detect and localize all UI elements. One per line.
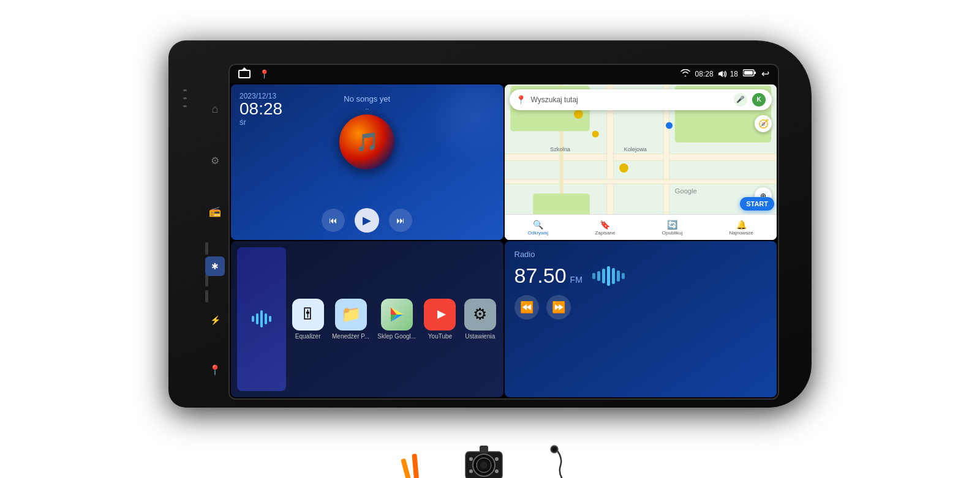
svg-point-40	[552, 447, 556, 451]
nav-radio-icon[interactable]: 📻	[209, 206, 221, 217]
radio-waveform	[592, 265, 625, 287]
map-widget: Google Kolejowa Szkolna 📍 Wyszukaj tutaj…	[505, 84, 777, 241]
play-button[interactable]: ▶	[355, 208, 379, 233]
user-avatar[interactable]: K	[752, 93, 766, 106]
nav-latest[interactable]: 🔔 Najnowsze	[729, 220, 753, 236]
soundwave-icon	[252, 310, 271, 327]
radio-band: FM	[570, 275, 582, 285]
side-line-2	[183, 97, 187, 99]
radio-controls: ⏪ ⏩	[514, 295, 767, 319]
map-search-bar[interactable]: 📍 Wyszukaj tutaj 🎤 K	[510, 89, 772, 110]
voice-assistant-button[interactable]	[237, 247, 286, 391]
app-youtube[interactable]: YouTube	[424, 299, 456, 340]
svg-text:Szkolna: Szkolna	[550, 146, 571, 152]
volume-icon: 18	[718, 70, 738, 78]
svg-point-13	[573, 110, 582, 119]
svg-rect-2	[754, 72, 756, 74]
nav-bt-symbol[interactable]: ⚡	[210, 315, 221, 325]
main-grid: 2023/12/13 08:28 śr No songs yet .. 🎵 ⏮ …	[230, 83, 778, 398]
nav-location-icon[interactable]: 📍	[209, 364, 221, 376]
app-equalizer[interactable]: 🎚 Equalizer	[292, 299, 324, 340]
status-time: 08:28	[695, 70, 714, 78]
left-icon-panel: ⌂ ⚙ 📻 ✱ ⚡ 📍	[203, 83, 227, 395]
start-navigation-button[interactable]: START	[740, 197, 774, 211]
status-bar-right: 08:28 18	[680, 68, 769, 80]
svg-rect-38	[480, 446, 488, 453]
radio-widget: Radio 87.50 FM	[505, 241, 777, 397]
nav-home-icon[interactable]: ⌂	[212, 103, 219, 116]
svg-point-36	[495, 469, 499, 473]
nav-discover[interactable]: 🔍 Odkrywaj	[528, 220, 548, 236]
map-bottom-nav: 🔍 Odkrywaj 🔖 Zapisane 🔄 Opublikuj 🔔 Najn…	[505, 214, 777, 240]
radio-frequency-row: 87.50 FM	[514, 264, 767, 288]
nav-bluetooth-icon[interactable]: ✱	[205, 256, 225, 276]
svg-point-16	[665, 122, 672, 129]
side-line-3	[183, 105, 187, 107]
svg-rect-27	[401, 458, 412, 478]
maps-icon[interactable]: 📍	[259, 69, 270, 79]
svg-rect-28	[412, 454, 419, 478]
home-icon[interactable]	[238, 70, 251, 78]
side-controls	[183, 89, 187, 107]
accessories-row	[401, 444, 579, 479]
wifi-icon	[680, 69, 690, 78]
prev-button[interactable]: ⏮	[322, 209, 345, 232]
svg-point-15	[619, 163, 628, 173]
svg-text:Google: Google	[674, 187, 696, 195]
side-line-1	[183, 89, 187, 91]
android-screen: 📍 08:28	[230, 65, 778, 398]
app-file-manager[interactable]: 📁 Menedżer P...	[332, 299, 369, 340]
svg-marker-0	[718, 71, 723, 77]
radio-frequency: 87.50	[514, 264, 567, 288]
day-text: śr	[239, 118, 282, 127]
svg-rect-8	[505, 179, 777, 184]
music-controls: ⏮ ▶ ⏭	[239, 208, 495, 233]
nav-settings-icon[interactable]: ⚙	[211, 155, 219, 166]
app-settings[interactable]: ⚙ Ustawienia	[464, 299, 496, 340]
volume-level: 18	[730, 70, 738, 78]
pry-tool	[401, 444, 438, 479]
back-icon[interactable]: ↩	[761, 68, 769, 80]
apps-widget: 🎚 Equalizer 📁 Menedżer P...	[231, 241, 503, 397]
svg-point-33	[469, 457, 473, 461]
mic-icon[interactable]: 🎤	[734, 93, 747, 106]
nav-saved[interactable]: 🔖 Zapisane	[595, 220, 615, 236]
album-art: 🎵	[339, 114, 394, 170]
rear-camera	[462, 446, 505, 478]
app-play-store[interactable]: Sklep Googl...	[377, 299, 416, 340]
search-text: Wyszukaj tutaj	[531, 95, 729, 104]
battery-icon	[743, 69, 756, 78]
radio-prev-button[interactable]: ⏪	[514, 295, 539, 319]
next-button[interactable]: ⏭	[389, 209, 412, 232]
svg-rect-5	[505, 154, 777, 160]
car-unit: ⌂ ⚙ 📻 ✱ ⚡ 📍 📍	[168, 40, 812, 438]
status-bar-left: 📍	[238, 69, 270, 79]
radio-label: Radio	[514, 250, 767, 259]
maps-logo-pin: 📍	[516, 95, 526, 105]
radio-next-button[interactable]: ⏩	[546, 295, 571, 319]
svg-rect-3	[744, 71, 753, 75]
svg-point-32	[480, 461, 488, 469]
microphone-cable	[530, 444, 579, 479]
svg-point-34	[495, 457, 499, 461]
map-compass-icon[interactable]: 🧭	[755, 115, 772, 132]
svg-point-14	[592, 130, 598, 137]
nav-publish[interactable]: 🔄 Opublikuj	[662, 220, 682, 236]
svg-text:Kolejowa: Kolejowa	[624, 146, 647, 152]
status-bar: 📍 08:28	[230, 65, 778, 83]
svg-point-35	[469, 469, 473, 473]
apps-grid: 🎚 Equalizer 📁 Menedżer P...	[291, 299, 497, 340]
music-widget: 2023/12/13 08:28 śr No songs yet .. 🎵 ⏮ …	[231, 84, 503, 241]
date-overlay: 2023/12/13 08:28 śr	[239, 92, 282, 127]
time-text: 08:28	[239, 100, 282, 118]
